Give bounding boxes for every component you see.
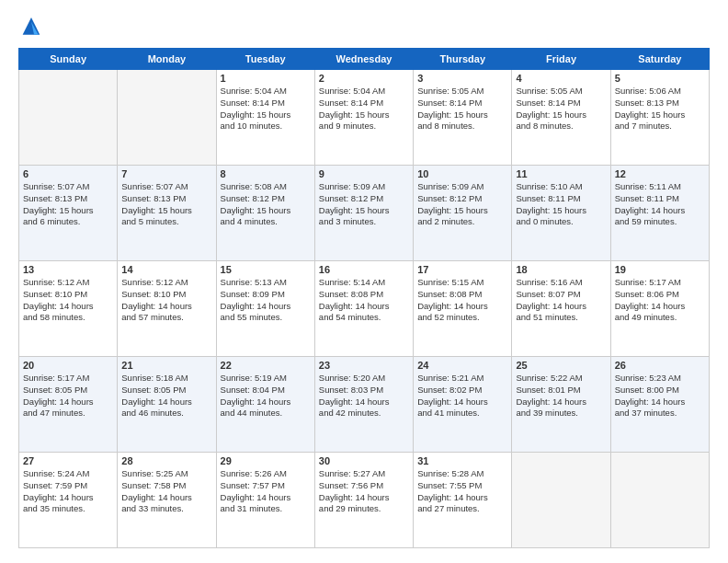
calendar-cell: 19Sunrise: 5:17 AMSunset: 8:06 PMDayligh… bbox=[610, 261, 709, 357]
cell-info-line: and 47 minutes. bbox=[23, 408, 113, 419]
cell-info-line: and 52 minutes. bbox=[417, 312, 507, 324]
cell-info-line: Daylight: 14 hours bbox=[615, 301, 705, 313]
page: SundayMondayTuesdayWednesdayThursdayFrid… bbox=[0, 0, 728, 563]
cell-info-line: Daylight: 14 hours bbox=[417, 301, 507, 313]
calendar-cell: 9Sunrise: 5:09 AMSunset: 8:12 PMDaylight… bbox=[314, 166, 413, 261]
column-header-thursday: Thursday bbox=[414, 49, 512, 70]
cell-info-line: Sunset: 8:10 PM bbox=[121, 289, 211, 301]
cell-info-line: Sunset: 8:08 PM bbox=[417, 289, 507, 301]
cell-info-line: Daylight: 14 hours bbox=[121, 396, 211, 408]
day-number: 16 bbox=[319, 264, 409, 275]
cell-info-line: Sunset: 8:14 PM bbox=[516, 98, 606, 109]
cell-info-line: Sunset: 8:04 PM bbox=[221, 385, 311, 396]
cell-info-line: Sunrise: 5:09 AM bbox=[319, 181, 409, 193]
cell-info-line: Daylight: 15 hours bbox=[221, 205, 311, 217]
calendar-week-row: 27Sunrise: 5:24 AMSunset: 7:59 PMDayligh… bbox=[19, 453, 710, 548]
calendar-week-row: 13Sunrise: 5:12 AMSunset: 8:10 PMDayligh… bbox=[19, 261, 710, 357]
calendar-cell: 24Sunrise: 5:21 AMSunset: 8:02 PMDayligh… bbox=[414, 357, 512, 453]
cell-info-line: Sunset: 8:13 PM bbox=[121, 193, 211, 205]
day-number: 13 bbox=[23, 264, 113, 275]
cell-info-line: and 35 minutes. bbox=[23, 503, 113, 515]
cell-info-line: Sunset: 8:08 PM bbox=[319, 289, 409, 301]
calendar-cell: 6Sunrise: 5:07 AMSunset: 8:13 PMDaylight… bbox=[19, 166, 118, 261]
day-number: 29 bbox=[221, 455, 311, 466]
cell-info-line: and 46 minutes. bbox=[121, 408, 211, 419]
cell-info-line: Sunset: 8:07 PM bbox=[516, 289, 606, 301]
cell-info-line: Daylight: 14 hours bbox=[121, 492, 211, 504]
column-header-friday: Friday bbox=[512, 49, 610, 70]
cell-info-line: Sunset: 8:13 PM bbox=[615, 98, 705, 109]
cell-info-line: Sunrise: 5:04 AM bbox=[319, 86, 409, 98]
cell-info-line: Sunrise: 5:23 AM bbox=[615, 373, 705, 385]
cell-info-line: Daylight: 14 hours bbox=[615, 205, 705, 217]
day-number: 17 bbox=[417, 264, 507, 275]
day-number: 3 bbox=[417, 73, 507, 84]
cell-info-line: Sunset: 8:13 PM bbox=[23, 193, 113, 205]
cell-info-line: Sunrise: 5:09 AM bbox=[417, 181, 507, 193]
cell-info-line: Sunset: 8:10 PM bbox=[23, 289, 113, 301]
cell-info-line: Sunset: 8:12 PM bbox=[417, 193, 507, 205]
cell-info-line: Sunset: 8:09 PM bbox=[221, 289, 311, 301]
cell-info-line: Daylight: 14 hours bbox=[23, 492, 113, 504]
cell-info-line: Daylight: 15 hours bbox=[615, 109, 705, 121]
cell-info-line: Sunset: 8:05 PM bbox=[121, 385, 211, 396]
day-number: 8 bbox=[221, 168, 311, 179]
day-number: 21 bbox=[121, 360, 211, 371]
day-number: 26 bbox=[615, 360, 705, 371]
cell-info-line: Sunrise: 5:08 AM bbox=[221, 181, 311, 193]
calendar-cell: 30Sunrise: 5:27 AMSunset: 7:56 PMDayligh… bbox=[314, 453, 413, 548]
day-number: 6 bbox=[23, 168, 113, 179]
cell-info-line: and 2 minutes. bbox=[417, 216, 507, 228]
cell-info-line: Daylight: 14 hours bbox=[23, 301, 113, 313]
cell-info-line: and 39 minutes. bbox=[516, 408, 606, 419]
day-number: 24 bbox=[417, 360, 507, 371]
cell-info-line: Daylight: 14 hours bbox=[319, 396, 409, 408]
cell-info-line: Daylight: 14 hours bbox=[615, 396, 705, 408]
calendar-cell: 21Sunrise: 5:18 AMSunset: 8:05 PMDayligh… bbox=[118, 357, 216, 453]
cell-info-line: Sunrise: 5:07 AM bbox=[121, 181, 211, 193]
cell-info-line: and 8 minutes. bbox=[417, 121, 507, 132]
cell-info-line: Sunrise: 5:19 AM bbox=[221, 373, 311, 385]
cell-info-line: and 54 minutes. bbox=[319, 312, 409, 324]
day-number: 5 bbox=[615, 73, 705, 84]
day-number: 10 bbox=[417, 168, 507, 179]
cell-info-line: Daylight: 14 hours bbox=[221, 301, 311, 313]
cell-info-line: and 4 minutes. bbox=[221, 216, 311, 228]
calendar-cell: 17Sunrise: 5:15 AMSunset: 8:08 PMDayligh… bbox=[414, 261, 512, 357]
cell-info-line: Sunrise: 5:16 AM bbox=[516, 277, 606, 289]
cell-info-line: Sunrise: 5:12 AM bbox=[121, 277, 211, 289]
calendar-cell: 28Sunrise: 5:25 AMSunset: 7:58 PMDayligh… bbox=[118, 453, 216, 548]
calendar-cell: 12Sunrise: 5:11 AMSunset: 8:11 PMDayligh… bbox=[610, 166, 709, 261]
cell-info-line: Sunrise: 5:12 AM bbox=[23, 277, 113, 289]
calendar-cell: 27Sunrise: 5:24 AMSunset: 7:59 PMDayligh… bbox=[19, 453, 118, 548]
cell-info-line: Sunset: 8:02 PM bbox=[417, 385, 507, 396]
calendar-cell: 31Sunrise: 5:28 AMSunset: 7:55 PMDayligh… bbox=[414, 453, 512, 548]
header bbox=[18, 15, 710, 40]
cell-info-line: Daylight: 15 hours bbox=[319, 109, 409, 121]
cell-info-line: and 49 minutes. bbox=[615, 312, 705, 324]
cell-info-line: Sunset: 8:14 PM bbox=[417, 98, 507, 109]
cell-info-line: and 31 minutes. bbox=[221, 503, 311, 515]
cell-info-line: Sunrise: 5:07 AM bbox=[23, 181, 113, 193]
calendar-cell: 7Sunrise: 5:07 AMSunset: 8:13 PMDaylight… bbox=[118, 166, 216, 261]
calendar-cell: 11Sunrise: 5:10 AMSunset: 8:11 PMDayligh… bbox=[512, 166, 610, 261]
cell-info-line: Sunrise: 5:17 AM bbox=[615, 277, 705, 289]
cell-info-line: Daylight: 14 hours bbox=[319, 492, 409, 504]
cell-info-line: Daylight: 14 hours bbox=[516, 301, 606, 313]
cell-info-line: Sunrise: 5:04 AM bbox=[221, 86, 311, 98]
calendar-cell: 3Sunrise: 5:05 AMSunset: 8:14 PMDaylight… bbox=[414, 70, 512, 166]
cell-info-line: Daylight: 14 hours bbox=[23, 396, 113, 408]
logo-icon bbox=[18, 15, 44, 40]
cell-info-line: Sunset: 8:05 PM bbox=[23, 385, 113, 396]
cell-info-line: Daylight: 15 hours bbox=[417, 205, 507, 217]
calendar-cell bbox=[19, 70, 118, 166]
cell-info-line: Sunset: 7:57 PM bbox=[221, 480, 311, 492]
calendar-cell: 5Sunrise: 5:06 AMSunset: 8:13 PMDaylight… bbox=[610, 70, 709, 166]
cell-info-line: and 5 minutes. bbox=[121, 216, 211, 228]
cell-info-line: and 6 minutes. bbox=[23, 216, 113, 228]
cell-info-line: Daylight: 14 hours bbox=[319, 301, 409, 313]
calendar-cell: 23Sunrise: 5:20 AMSunset: 8:03 PMDayligh… bbox=[314, 357, 413, 453]
cell-info-line: Daylight: 14 hours bbox=[221, 396, 311, 408]
cell-info-line: and 3 minutes. bbox=[319, 216, 409, 228]
day-number: 30 bbox=[319, 455, 409, 466]
